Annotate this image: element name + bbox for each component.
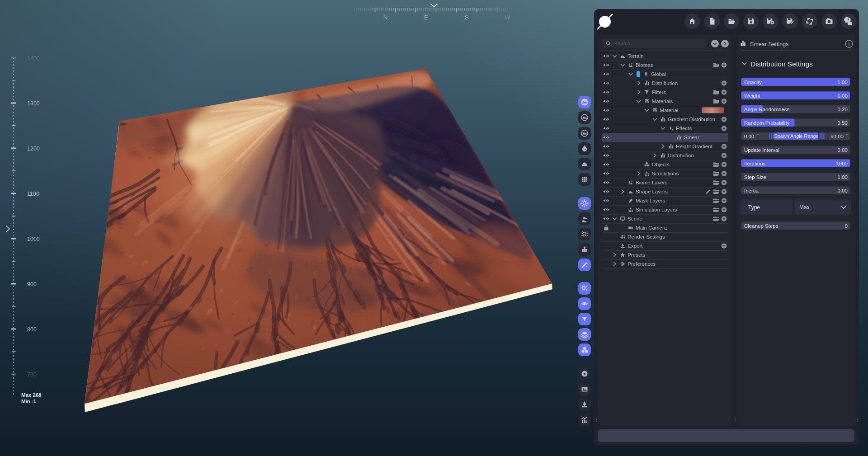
svg-text:Weight: Weight [744,93,760,99]
svg-text:Gradient Distribution: Gradient Distribution [668,117,715,122]
svg-text:1.00: 1.00 [838,93,848,99]
svg-text:0.20: 0.20 [838,107,848,112]
svg-text:Opacity: Opacity [744,80,762,85]
svg-text:S: S [465,14,469,21]
svg-text:Distribution: Distribution [652,80,678,86]
svg-text:Render Settings: Render Settings [627,234,665,240]
svg-text:i: i [849,42,850,47]
svg-text:Step Size: Step Size [744,174,766,180]
svg-text:1000: 1000 [836,161,848,166]
svg-text:Max 268: Max 268 [21,392,42,398]
svg-text:Min -1: Min -1 [21,399,37,404]
svg-text:Materials: Materials [652,99,673,104]
svg-text:N: N [383,14,388,21]
svg-text:1300: 1300 [27,100,40,107]
svg-text:Main Camera: Main Camera [636,225,667,230]
svg-text:Cleanup Steps: Cleanup Steps [744,223,778,229]
svg-text:Preferences: Preferences [627,261,656,267]
svg-text:Effects: Effects [676,126,692,131]
svg-text:Angle Randomness: Angle Randomness [744,107,790,112]
svg-text:Objects: Objects [652,162,670,167]
svg-text:900: 900 [27,281,37,287]
svg-text:Biome Layers: Biome Layers [636,180,668,185]
svg-text:0.00: 0.00 [744,134,754,139]
svg-text:700: 700 [27,371,37,378]
svg-text:Material: Material [660,108,679,113]
svg-text:Biomes: Biomes [636,62,653,68]
svg-text:1100: 1100 [27,191,39,197]
svg-text:1000: 1000 [27,236,40,242]
svg-text:1200: 1200 [27,146,40,152]
svg-text:E: E [424,14,428,21]
svg-text:Simulations: Simulations [652,171,679,176]
svg-text:Shape Layers: Shape Layers [636,189,668,194]
svg-text:Distribution: Distribution [668,153,694,158]
svg-text:Spawn Angle Range: Spawn Angle Range [774,133,819,139]
svg-text:Smear Settings: Smear Settings [750,41,788,47]
svg-text:Type: Type [748,204,760,211]
svg-text:0.50: 0.50 [838,120,848,126]
svg-text:1.00: 1.00 [838,174,848,180]
svg-text:Simulation Layers: Simulation Layers [636,207,677,212]
svg-text:Export: Export [627,243,643,249]
svg-text:Scene: Scene [627,216,642,221]
svg-text:800: 800 [27,326,37,333]
svg-text:Distribution Settings: Distribution Settings [750,60,813,68]
svg-text:Inertia: Inertia [744,188,759,193]
svg-text:Global: Global [651,71,666,77]
svg-text:1400: 1400 [27,55,40,61]
svg-text:Presets: Presets [627,252,645,258]
svg-text:Max: Max [799,204,810,211]
svg-text:0.00: 0.00 [838,147,848,153]
svg-text:Filters: Filters [652,89,666,95]
svg-text:Height Gradient: Height Gradient [676,144,712,149]
svg-text:0.00: 0.00 [838,188,848,193]
svg-text:Mask Layers: Mask Layers [636,198,665,203]
svg-text:Iterations: Iterations [744,161,766,166]
svg-text:Random Probability: Random Probability [744,120,790,126]
svg-text:Smear: Smear [684,135,699,140]
svg-text:Update Interval: Update Interval [744,147,779,153]
svg-text:W: W [505,14,510,21]
svg-text:90.00: 90.00 [830,134,844,139]
svg-text:Terrain: Terrain [627,53,643,59]
svg-text:0: 0 [845,223,848,229]
svg-text:1.00: 1.00 [838,80,848,85]
